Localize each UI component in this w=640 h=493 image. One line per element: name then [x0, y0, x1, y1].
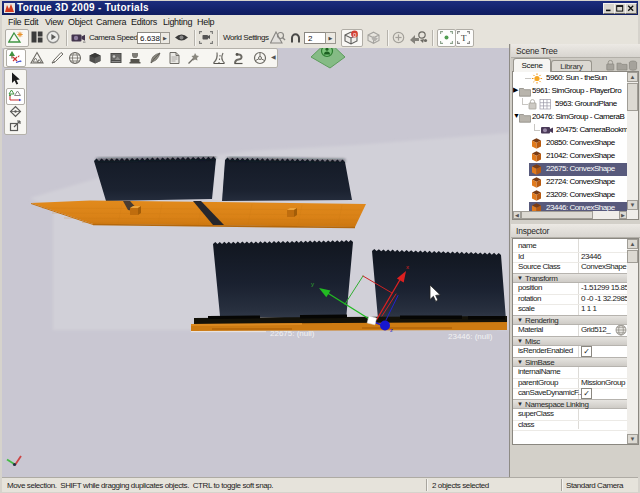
- svg-text:z: z: [390, 327, 393, 333]
- svg-text:y: y: [311, 281, 314, 287]
- svg-text:x: x: [406, 264, 409, 270]
- svg-text:T: T: [461, 33, 467, 43]
- svg-text:23446: (null): 23446: (null): [448, 332, 493, 341]
- svg-text:22675: (null): 22675: (null): [270, 329, 315, 338]
